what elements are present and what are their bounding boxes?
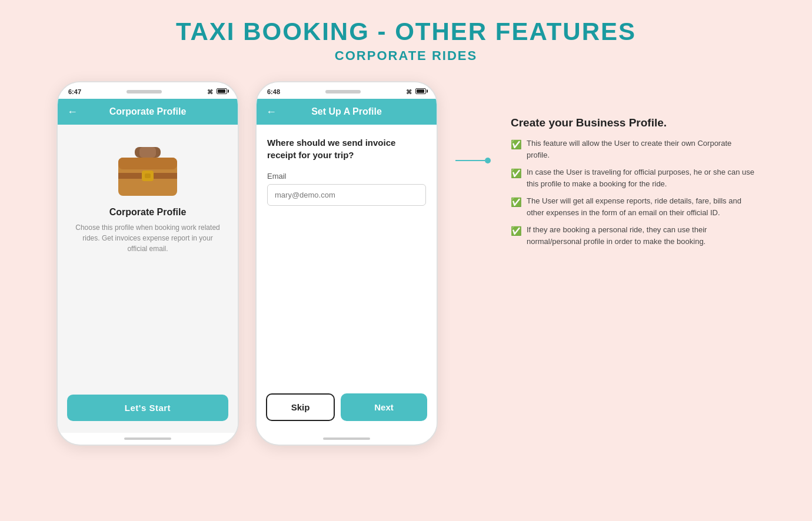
phone2-battery-icon [414,88,426,95]
skip-button[interactable]: Skip [266,393,335,421]
briefcase-icon [112,142,183,201]
phone1-bottom-bar [124,437,171,440]
phone1-profile-name: Corporate Profile [109,207,187,218]
info-text-4: If they are booking a personal ride, the… [527,224,756,247]
check-icon-1: ✅ [511,138,522,152]
page-subtitle: CORPORATE RIDES [335,48,477,64]
invoice-question: Where should we send invoice receipt for… [267,136,426,161]
info-list: ✅ This feature will allow the User to cr… [508,138,756,247]
phone1-wifi-icon: ⌘ [207,89,213,95]
phone1-body: Corporate Profile Choose this profile wh… [58,125,238,386]
email-input[interactable] [267,184,426,206]
svg-rect-3 [118,158,177,169]
check-icon-3: ✅ [511,196,522,209]
next-button[interactable]: Next [341,393,427,421]
phone2-mockup: 6:48 ⌘ ← Set Up A Profile Where should w… [255,81,438,446]
phone1-status-bar: 6:47 ⌘ [58,82,238,99]
phone2-header: ← Set Up A Profile [257,99,437,125]
phone2-wifi-icon: ⌘ [406,89,412,95]
page-title: TAXI BOOKING - OTHER FEATURES [176,18,636,46]
phone1-mockup: 6:47 ⌘ ← Corporate Profile [56,81,239,446]
info-text-1: This feature will allow the User to crea… [527,138,756,161]
phone2-time: 6:48 [267,88,280,95]
phone1-header-title: Corporate Profile [84,106,212,117]
connector-area [455,158,491,163]
phone2-bottom-bar [323,437,370,440]
lets-start-button[interactable]: Let's Start [67,395,228,421]
phone2-footer: Skip Next [257,385,437,433]
info-panel: Create your Business Profile. ✅ This fea… [508,81,756,247]
info-item-4: ✅ If they are booking a personal ride, t… [511,224,756,247]
info-item-3: ✅ The User will get all expense reports,… [511,195,756,218]
email-label: Email [267,172,426,181]
info-item-1: ✅ This feature will allow the User to cr… [511,138,756,161]
info-text-2: In case the User is traveling for offici… [527,166,756,189]
check-icon-4: ✅ [511,225,522,238]
svg-rect-1 [139,147,156,158]
phone2-back-button[interactable]: ← [266,106,277,118]
phone1-profile-desc: Choose this profile when booking work re… [69,222,226,254]
info-item-2: ✅ In case the User is traveling for offi… [511,166,756,189]
svg-rect-6 [145,173,151,178]
check-icon-2: ✅ [511,167,522,181]
phone2-body: Where should we send invoice receipt for… [257,125,437,385]
phone1-battery-icon [215,88,227,95]
info-text-3: The User will get all expense reports, r… [527,195,756,218]
phone2-status-bar: 6:48 ⌘ [257,82,437,99]
phone1-footer: Let's Start [58,386,238,433]
phone1-back-button[interactable]: ← [67,106,78,118]
info-main-title: Create your Business Profile. [511,116,667,129]
phone2-header-title: Set Up A Profile [282,106,411,117]
phone1-time: 6:47 [68,88,81,95]
phone1-header: ← Corporate Profile [58,99,238,125]
